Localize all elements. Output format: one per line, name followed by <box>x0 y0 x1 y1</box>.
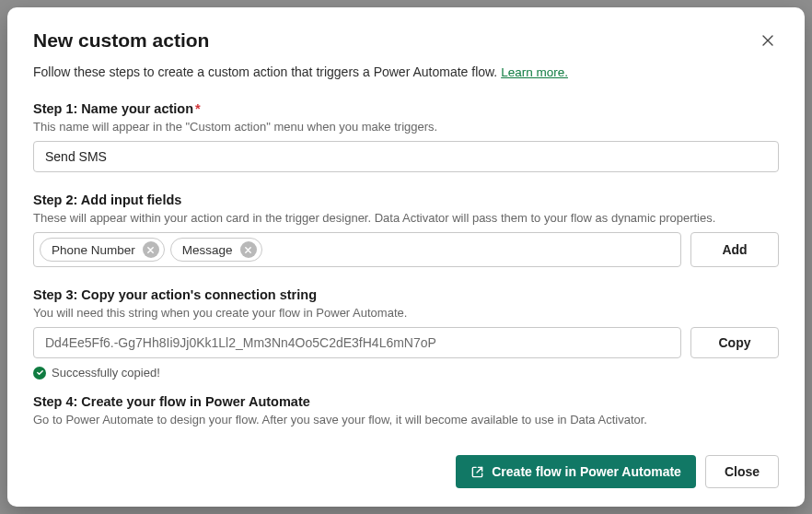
action-name-input[interactable] <box>33 141 779 172</box>
step-1-heading-text: Step 1: Name your action <box>33 101 193 116</box>
dialog-footer: Create flow in Power Automate Close <box>33 455 779 488</box>
create-flow-label: Create flow in Power Automate <box>492 464 681 479</box>
step-2: Step 2: Add input fields These will appe… <box>33 193 779 267</box>
intro-body: Follow these steps to create a custom ac… <box>33 64 497 79</box>
step-3-sub: You will need this string when you creat… <box>33 306 779 320</box>
step-3-heading: Step 3: Copy your action's connection st… <box>33 287 779 302</box>
step-1-sub: This name will appear in the "Custom act… <box>33 120 779 134</box>
close-icon <box>760 33 775 48</box>
dialog-header: New custom action <box>33 29 779 52</box>
new-custom-action-dialog: New custom action Follow these steps to … <box>7 7 805 507</box>
input-fields-box[interactable]: Phone Number Message <box>33 232 681 267</box>
step-4-heading: Step 4: Create your flow in Power Automa… <box>33 394 779 409</box>
copy-button[interactable]: Copy <box>690 327 779 358</box>
dialog-title: New custom action <box>33 29 209 52</box>
step-1: Step 1: Name your action* This name will… <box>33 101 779 172</box>
intro-text: Follow these steps to create a custom ac… <box>33 64 779 79</box>
step-4-sub: Go to Power Automate to design your flow… <box>33 413 779 426</box>
create-flow-button[interactable]: Create flow in Power Automate <box>456 455 696 488</box>
step-2-sub: These will appear within your action car… <box>33 211 779 225</box>
chip-label: Phone Number <box>52 243 135 257</box>
copy-status-text: Successfully copied! <box>52 366 160 380</box>
learn-more-link[interactable]: Learn more. <box>501 65 568 79</box>
check-circle-icon <box>33 367 46 380</box>
x-icon <box>244 246 252 254</box>
step-3: Step 3: Copy your action's connection st… <box>33 287 779 380</box>
close-button[interactable]: Close <box>705 455 779 488</box>
copy-status: Successfully copied! <box>33 366 779 380</box>
step-4: Step 4: Create your flow in Power Automa… <box>33 394 779 426</box>
chip-phone-number: Phone Number <box>40 238 165 262</box>
connection-string-input[interactable] <box>33 327 681 358</box>
chip-remove-button[interactable] <box>143 241 159 258</box>
chip-label: Message <box>182 243 233 257</box>
add-input-field-button[interactable]: Add <box>690 232 779 267</box>
step-2-heading: Step 2: Add input fields <box>33 193 779 207</box>
step-1-heading: Step 1: Name your action* <box>33 101 779 116</box>
close-icon-button[interactable] <box>757 29 779 52</box>
x-icon <box>146 246 155 254</box>
open-external-icon <box>470 465 484 479</box>
chip-message: Message <box>170 238 262 262</box>
chip-remove-button[interactable] <box>240 241 257 258</box>
required-asterisk: * <box>195 101 201 116</box>
